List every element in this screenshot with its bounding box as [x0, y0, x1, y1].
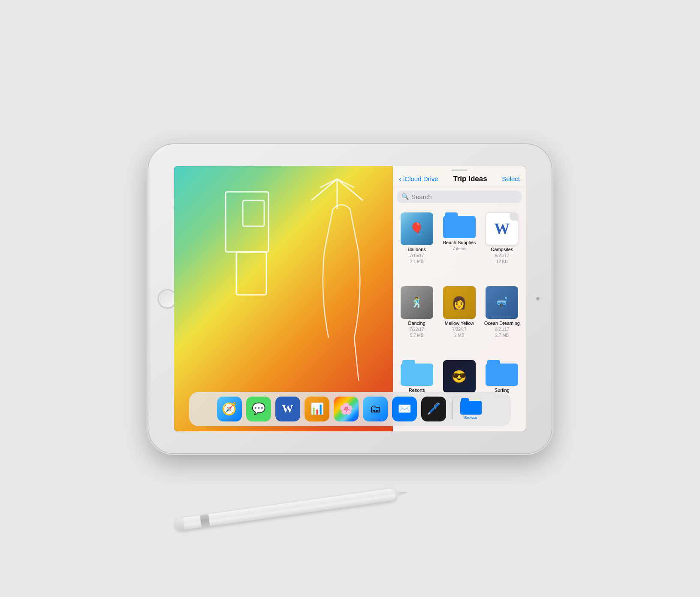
keynote-icon: 📊 [310, 402, 324, 415]
mail-icon: ✉️ [398, 402, 411, 415]
back-chevron-icon: ‹ [399, 175, 401, 183]
file-item-beach-supplies[interactable]: Beach Supplies 7 items [439, 209, 480, 281]
back-label: iCloud Drive [403, 175, 438, 182]
messages-icon: 💬 [252, 402, 266, 415]
panel-header: ‹ iCloud Drive Trip Ideas Select [393, 171, 526, 187]
dancing-name: Dancing [408, 321, 425, 326]
beach-supplies-folder-icon [443, 212, 476, 238]
balloons-meta: 7/15/172.1 MB [410, 253, 424, 265]
sunglasses-thumbnail [443, 360, 476, 393]
dock-pencil-app[interactable]: 🖊️ [421, 397, 446, 421]
dock: 🧭 💬 W 📊 🌸 � [189, 392, 511, 426]
resorts-folder-icon [401, 360, 433, 386]
photos-icon: 🌸 [339, 402, 353, 415]
files-icon: 🗂 [370, 402, 381, 415]
scene: ‹ iCloud Drive Trip Ideas Select 🔍 [114, 116, 586, 481]
surfing-folder-icon [486, 360, 518, 386]
dancing-meta: 7/22/175.7 MB [410, 327, 424, 339]
balloons-thumbnail [401, 212, 433, 245]
dock-browse[interactable]: Browse [459, 397, 483, 421]
dock-keynote[interactable]: 📊 [305, 397, 329, 421]
search-input[interactable] [411, 193, 517, 200]
campsites-meta: 8/21/1712 KB [495, 253, 509, 265]
file-item-dancing[interactable]: Dancing 7/22/175.7 MB [396, 283, 437, 355]
pencil-eraser [175, 518, 185, 531]
ocean-thumbnail [486, 286, 518, 319]
safari-icon: 🧭 [222, 402, 237, 416]
pencil-app-icon: 🖊️ [427, 402, 441, 415]
ipad-device: ‹ iCloud Drive Trip Ideas Select 🔍 [148, 144, 552, 453]
dock-divider [452, 399, 453, 419]
ipad-screen: ‹ iCloud Drive Trip Ideas Select 🔍 [174, 166, 526, 431]
search-bar[interactable]: 🔍 [397, 191, 522, 203]
select-button[interactable]: Select [502, 175, 520, 182]
dock-files[interactable]: 🗂 [363, 397, 388, 421]
search-icon: 🔍 [401, 193, 409, 200]
campsites-doc-icon: W [486, 212, 518, 245]
dock-word[interactable]: W [275, 397, 300, 421]
beach-supplies-meta: 7 items [453, 246, 466, 252]
campsites-name: Campsites [491, 247, 513, 252]
word-icon: W [282, 403, 293, 415]
pencil-band [200, 514, 210, 527]
dock-mail[interactable]: ✉️ [392, 397, 417, 421]
file-item-mellow-yellow[interactable]: Mellow Yellow 7/22/172 MB [439, 283, 480, 355]
pencil-body [175, 488, 397, 530]
mellow-thumbnail [443, 286, 476, 319]
dock-messages[interactable]: 💬 [246, 397, 271, 421]
mellow-yellow-meta: 7/22/172 MB [452, 327, 466, 339]
browse-folder-icon [460, 398, 482, 415]
file-item-ocean-dreaming[interactable]: Ocean Dreaming 8/21/172.7 MB [482, 283, 522, 355]
panel-title: Trip Ideas [453, 175, 487, 183]
ocean-dreaming-meta: 8/21/172.7 MB [495, 327, 509, 339]
browse-label: Browse [464, 415, 477, 420]
balloons-name: Balloons [408, 247, 426, 252]
file-item-balloons[interactable]: Balloons 7/15/172.1 MB [396, 209, 437, 281]
dancing-thumbnail [401, 286, 433, 319]
mellow-yellow-name: Mellow Yellow [445, 321, 474, 326]
apple-pencil [175, 488, 397, 530]
ocean-dreaming-name: Ocean Dreaming [484, 321, 520, 326]
file-item-campsites[interactable]: W Campsites 8/21/1712 KB [482, 209, 522, 281]
dock-safari[interactable]: 🧭 [217, 397, 242, 421]
beach-supplies-name: Beach Supplies [443, 240, 476, 245]
dock-photos[interactable]: 🌸 [334, 397, 359, 421]
pencil-tip [395, 487, 409, 499]
camera-dot [536, 297, 540, 300]
back-button[interactable]: ‹ iCloud Drive [399, 175, 438, 183]
